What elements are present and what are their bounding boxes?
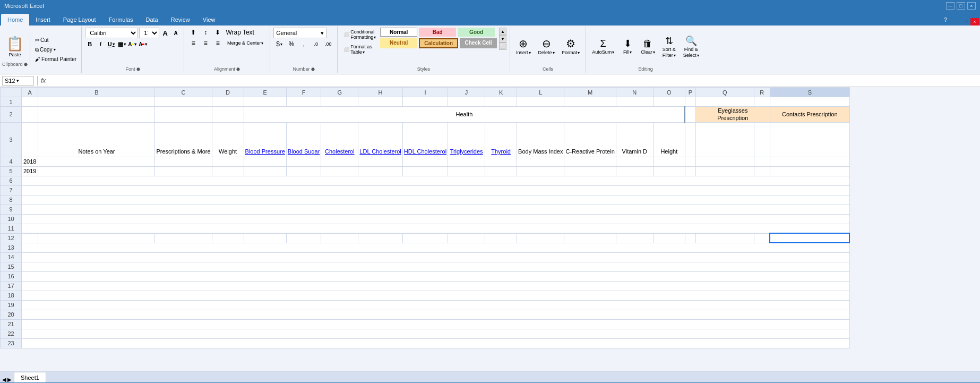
styles-scrollbar[interactable]: ▲ ▼ ⬜ <box>499 28 506 50</box>
col-header-G[interactable]: G <box>321 88 358 97</box>
col-header-O[interactable]: O <box>653 88 685 97</box>
cell-J1[interactable] <box>448 97 485 107</box>
insert-button[interactable]: ⊕ Insert▾ <box>513 32 534 62</box>
cell-J3[interactable]: Triglycerides <box>448 122 485 157</box>
cell-G3[interactable]: Cholesterol <box>321 122 358 157</box>
conditional-formatting-button[interactable]: ⬜ ConditionalFormatting▾ <box>341 28 378 41</box>
cell-K5[interactable] <box>485 166 517 176</box>
cell-D2[interactable] <box>212 107 244 123</box>
cell-M5[interactable] <box>564 166 616 176</box>
cell-L3[interactable]: Body Mass Index <box>517 122 564 157</box>
row-header-13[interactable]: 13 <box>1 243 22 252</box>
cell-A4[interactable]: 2018 <box>22 157 38 166</box>
cell-D3[interactable]: Weight <box>212 122 244 157</box>
cell-K3[interactable]: Thyroid <box>485 122 517 157</box>
cell-S3[interactable] <box>770 122 849 157</box>
cell-O5[interactable] <box>653 166 685 176</box>
close-button[interactable]: × <box>967 2 976 10</box>
format-as-table-button[interactable]: ⬜ Format asTable▾ <box>341 42 378 56</box>
cell-O4[interactable] <box>653 157 685 166</box>
row-header-3[interactable]: 3 <box>1 122 22 157</box>
style-normal-cell[interactable]: Normal <box>380 28 417 37</box>
cell-G4[interactable] <box>321 157 358 166</box>
cell-G1[interactable] <box>321 97 358 107</box>
cell-P5[interactable] <box>685 166 695 176</box>
cell-O12[interactable] <box>653 233 685 243</box>
col-header-B[interactable]: B <box>38 88 155 97</box>
cell-E5[interactable] <box>244 166 286 176</box>
cell-A3[interactable] <box>22 122 38 157</box>
style-check-cell-cell[interactable]: Check Cell <box>460 38 497 48</box>
ribbon-minimize-button[interactable]: — <box>953 18 962 25</box>
row-header-14[interactable]: 14 <box>1 252 22 262</box>
cell-M12[interactable] <box>564 233 616 243</box>
row-header-7[interactable]: 7 <box>1 185 22 195</box>
col-header-E[interactable]: E <box>244 88 286 97</box>
cell-F3[interactable]: Blood Sugar <box>286 122 321 157</box>
cell-H5[interactable] <box>358 166 402 176</box>
autosum-button[interactable]: Σ AutoSum▾ <box>589 32 617 62</box>
cell-Q12[interactable] <box>695 233 754 243</box>
row-header-10[interactable]: 10 <box>1 214 22 224</box>
tab-help-icon[interactable]: ? <box>938 14 953 25</box>
percent-button[interactable]: % <box>286 39 297 49</box>
cell-F12[interactable] <box>286 233 321 243</box>
health-header-cell[interactable]: Health <box>244 107 685 123</box>
cell-D1[interactable] <box>212 97 244 107</box>
cell-reference-box[interactable]: S12 ▾ <box>2 76 34 86</box>
tab-view[interactable]: View <box>196 14 222 25</box>
cell-P1[interactable] <box>685 97 695 107</box>
cell-I12[interactable] <box>402 233 448 243</box>
col-header-F[interactable]: F <box>286 88 321 97</box>
cell-M3[interactable]: C-Reactive Protein <box>564 122 616 157</box>
row-header-8[interactable]: 8 <box>1 195 22 205</box>
cell-G12[interactable] <box>321 233 358 243</box>
cell-B4[interactable] <box>38 157 155 166</box>
formula-input[interactable] <box>48 78 978 84</box>
cell-C2[interactable] <box>155 107 212 123</box>
cell-C3[interactable]: Prescriptions & More <box>155 122 212 157</box>
align-bottom-button[interactable]: ⬇ <box>212 28 223 37</box>
tab-home[interactable]: Home <box>1 14 29 25</box>
row-header-11[interactable]: 11 <box>1 224 22 233</box>
cell-A2[interactable] <box>22 107 38 123</box>
inc-decimal-button[interactable]: .00 <box>322 39 334 49</box>
shrink-font-button[interactable]: A <box>171 28 180 38</box>
paste-button[interactable]: 📋 Paste <box>5 33 25 61</box>
cell-H12[interactable] <box>358 233 402 243</box>
fill-button[interactable]: ⬇ Fill▾ <box>619 32 636 62</box>
col-header-N[interactable]: N <box>616 88 653 97</box>
cell-B12[interactable] <box>38 233 155 243</box>
cell-S5[interactable] <box>770 166 849 176</box>
fill-color-button[interactable]: A▾ <box>127 39 137 49</box>
cell-C1[interactable] <box>155 97 212 107</box>
cell-S12[interactable] <box>770 233 849 243</box>
cell-R4[interactable] <box>754 157 770 166</box>
cell-B5[interactable] <box>38 166 155 176</box>
col-header-J[interactable]: J <box>448 88 485 97</box>
cell-P2[interactable] <box>685 107 695 123</box>
col-header-D[interactable]: D <box>212 88 244 97</box>
dollar-button[interactable]: $▾ <box>273 39 285 49</box>
row-header-1[interactable]: 1 <box>1 97 22 107</box>
col-header-K[interactable]: K <box>485 88 517 97</box>
style-good-cell[interactable]: Good <box>458 28 495 37</box>
cell-R5[interactable] <box>754 166 770 176</box>
cell-M1[interactable] <box>564 97 616 107</box>
delete-button[interactable]: ⊖ Delete▾ <box>536 32 557 62</box>
cell-I5[interactable] <box>402 166 448 176</box>
cell-E3[interactable]: Blood Pressure <box>244 122 286 157</box>
tab-data[interactable]: Data <box>139 14 164 25</box>
cell-N3[interactable]: Vitamin D <box>616 122 653 157</box>
cell-Q1[interactable] <box>695 97 754 107</box>
cell-S4[interactable] <box>770 157 849 166</box>
border-button[interactable]: ▦▾ <box>117 39 126 49</box>
cell-J4[interactable] <box>448 157 485 166</box>
row-header-15[interactable]: 15 <box>1 262 22 271</box>
eyeglasses-header-cell[interactable]: EyeglassesPrescription <box>695 107 770 123</box>
cell-Q5[interactable] <box>695 166 754 176</box>
font-name-select[interactable]: Calibri <box>85 28 138 38</box>
cell-B3[interactable]: Notes on Year <box>38 122 155 157</box>
col-header-S[interactable]: S <box>770 88 849 97</box>
cell-M4[interactable] <box>564 157 616 166</box>
